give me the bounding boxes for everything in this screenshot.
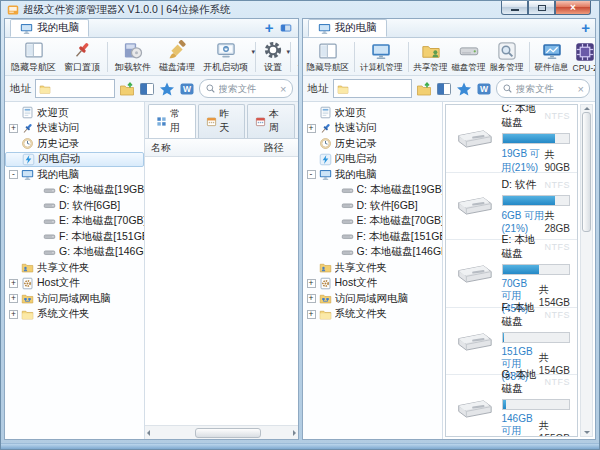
drive-item[interactable]: F: 本地磁盘 NTFS 151GB 可用(98%) 共 154GB [446,308,578,376]
search-input[interactable] [219,83,278,94]
scroll-up-icon[interactable] [584,107,590,110]
expander-toggle[interactable]: - [9,170,18,179]
toolbar-button[interactable]: 设置 ▾ [259,39,287,74]
toolbar-button[interactable]: 服务管理 ▾ [488,40,526,74]
vertical-scrollbar[interactable] [580,104,593,437]
expander-toggle[interactable]: + [307,294,316,303]
tree-item[interactable]: - 我的电脑 [5,167,144,183]
toolbar-button[interactable]: 开机启动项 ▾ [199,39,252,74]
tree-item[interactable]: F: 本地磁盘[151GB] [303,229,442,245]
minimize-button[interactable] [501,1,528,15]
address-input[interactable] [352,83,409,94]
scroll-thumb[interactable] [195,428,261,438]
toolbar-button[interactable]: 计算机管理 ▾ [358,40,405,74]
tree-item[interactable]: 共享文件夹 [5,260,144,276]
maximize-button[interactable] [528,1,555,15]
tree-item[interactable]: D: 软件[6GB] [5,198,144,214]
tree-item[interactable]: 欢迎页 [5,105,144,121]
toolbar-button[interactable]: 隐藏导航区 ▾ [7,39,60,74]
scroll-thumb[interactable] [582,112,591,232]
toolbar-button[interactable]: 计算机管理 ▾ [294,39,298,74]
expander-toggle[interactable]: + [307,310,316,319]
drive-item[interactable]: D: 软件 NTFS 6GB 可用(21%) 共 28GB [446,173,578,241]
tree-item[interactable]: 闪电启动 [303,152,442,168]
tab-my-computer[interactable]: 我的电脑 [10,19,89,37]
horizontal-scrollbar[interactable] [145,425,298,439]
folder-up-icon[interactable] [119,81,135,97]
tree-item[interactable]: + 系统文件夹 [303,307,442,323]
expander-toggle[interactable]: + [9,279,18,288]
column-path[interactable]: 路径 [264,141,292,155]
tree-item[interactable]: C: 本地磁盘[19GB] [303,183,442,199]
tree-item[interactable]: + 快速访问 [303,121,442,137]
toolbar-button[interactable]: 磁盘清理 ▾ [155,39,199,74]
tree-item[interactable]: - 我的电脑 [303,167,442,183]
tree-item[interactable]: + 快速访问 [5,121,144,137]
list-tab[interactable]: 常用 [148,104,196,138]
tree-item[interactable]: E: 本地磁盘[70GB] [303,214,442,230]
toolbar-button-label: 开机启动项 [203,61,248,74]
scroll-down-icon[interactable] [584,431,590,434]
column-name[interactable]: 名称 [151,141,264,155]
drive-item[interactable]: G: 本地磁盘 NTFS 146GB 可用(94%) 共 155GB [446,375,578,437]
tree-item[interactable]: D: 软件[6GB] [303,198,442,214]
add-tab-button[interactable]: + [581,21,590,35]
expander-toggle[interactable]: + [9,294,18,303]
scroll-track[interactable] [153,428,290,438]
tree-item[interactable]: + Host文件 [303,276,442,292]
add-tab-button[interactable]: + [265,21,274,35]
dropdown-arrow-icon[interactable]: ▾ [251,48,255,56]
address-input[interactable] [54,83,111,94]
toolbar-button[interactable]: 共享管理 ▾ [412,40,450,74]
tree-item[interactable]: + 访问局域网电脑 [5,291,144,307]
star-icon[interactable] [456,81,472,97]
word-icon[interactable]: W [179,81,195,97]
folder-up-icon[interactable] [416,81,432,97]
tree-item[interactable]: + 访问局域网电脑 [303,291,442,307]
pane-toggle-icon[interactable] [279,21,293,35]
list-tab[interactable]: 昨天 [198,104,246,138]
expander-toggle[interactable]: + [9,124,18,133]
tab-my-computer[interactable]: 我的电脑 [308,19,387,37]
search-input[interactable] [516,83,575,94]
tree-item[interactable]: + Host文件 [5,276,144,292]
toolbar-button[interactable]: 卸载软件 ▾ [111,39,155,74]
tree-item[interactable]: 历史记录 [5,136,144,152]
toolbar-button[interactable]: 硬件信息 ▾ [533,40,571,74]
tree-item[interactable]: 共享文件夹 [303,260,442,276]
tree-item[interactable]: 闪电启动 [5,152,144,168]
toolbar-button[interactable]: 隐藏导航区 ▾ [305,40,352,74]
drive-item[interactable]: E: 本地磁盘 NTFS 70GB 可用(45%) 共 154GB [446,240,578,308]
expander-toggle[interactable]: - [307,170,316,179]
list-tab[interactable]: 本周 [247,104,295,138]
tree-item[interactable]: + 系统文件夹 [5,307,144,323]
tree-item-label: C: 本地磁盘[19GB] [59,183,144,197]
clear-search-icon[interactable]: × [280,84,286,94]
word-icon[interactable]: W [476,81,492,97]
dropdown-arrow-icon[interactable]: ▾ [286,48,290,56]
scroll-track[interactable] [582,112,591,429]
tree-item[interactable]: 欢迎页 [303,105,442,121]
toolbar-button[interactable]: CPU-Z ▾ [571,41,596,73]
list-body[interactable] [145,157,298,425]
tree-item[interactable]: G: 本地磁盘[146GB] [303,245,442,261]
tree-item[interactable]: 历史记录 [303,136,442,152]
tree-item[interactable]: E: 本地磁盘[70GB] [5,214,144,230]
split-view-icon[interactable] [436,81,452,97]
expander-toggle[interactable]: + [307,279,316,288]
scroll-right-icon[interactable] [293,430,296,436]
toolbar-button[interactable]: 磁盘管理 ▾ [450,40,488,74]
tree-item[interactable]: C: 本地磁盘[19GB] [5,183,144,199]
scroll-left-icon[interactable] [147,430,150,436]
expander-toggle[interactable]: + [9,310,18,319]
split-view-icon[interactable] [139,81,155,97]
clear-search-icon[interactable]: × [578,84,584,94]
toolbar-button-label: 磁盘清理 [159,61,195,74]
drive-item[interactable]: C: 本地磁盘 NTFS 19GB 可用(21%) 共 90GB [446,105,578,173]
tree-item[interactable]: F: 本地磁盘[151GB] [5,229,144,245]
toolbar-button[interactable]: 窗口置顶 ▾ [60,39,104,74]
tree-item[interactable]: G: 本地磁盘[146GB] [5,245,144,261]
close-button[interactable]: × [555,1,591,15]
star-icon[interactable] [159,81,175,97]
expander-toggle[interactable]: + [307,124,316,133]
